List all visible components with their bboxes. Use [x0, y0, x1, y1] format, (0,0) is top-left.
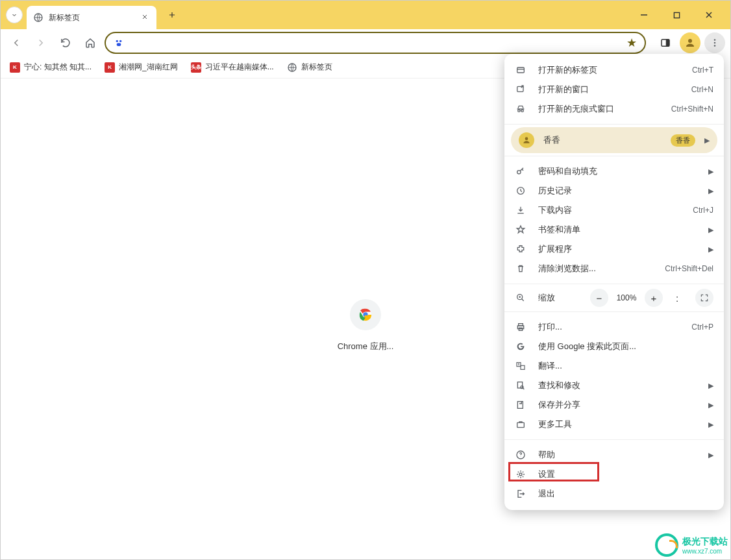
chevron-right-icon: ▶ — [708, 451, 713, 459]
forward-button[interactable] — [31, 32, 51, 53]
gear-icon — [515, 469, 527, 480]
watermark-url: www.xz7.com — [682, 548, 728, 555]
globe-icon — [287, 62, 297, 73]
bookmark-item[interactable]: 新标签页 — [287, 62, 332, 73]
star-icon — [515, 224, 527, 236]
tab[interactable]: 新标签页 — [27, 6, 156, 29]
tab-icon — [515, 64, 527, 76]
window-controls — [634, 5, 725, 25]
reload-icon — [60, 37, 71, 49]
tab-close-button[interactable] — [141, 13, 150, 22]
menu-label: 历史记录 — [538, 185, 703, 197]
menu-label: 打开新的无痕式窗口 — [538, 103, 671, 115]
bookmark-item[interactable]: K 湘潮网_湖南红网 — [105, 62, 178, 73]
svg-point-9 — [714, 42, 716, 44]
menu-exit[interactable]: 退出 — [504, 484, 724, 504]
menu-history[interactable]: 历史记录 ▶ — [504, 181, 724, 201]
fullscreen-button[interactable] — [695, 289, 713, 307]
bookmark-label: 湘潮网_湖南红网 — [119, 62, 178, 73]
menu-profile[interactable]: 香香 香香 ▶ — [511, 127, 717, 153]
menu-translate[interactable]: 翻译... — [504, 356, 724, 376]
bookmark-item[interactable]: K 宁心: 知其然 知其... — [10, 62, 92, 73]
briefcase-icon — [515, 419, 527, 430]
menu-help[interactable]: 帮助 ▶ — [504, 445, 724, 465]
download-icon — [515, 204, 527, 216]
puzzle-icon — [515, 243, 527, 255]
browser-menu: 打开新的标签页 Ctrl+T 打开新的窗口 Ctrl+N 打开新的无痕式窗口 C… — [504, 54, 724, 510]
shortcut[interactable]: Chrome 应用... — [338, 299, 394, 352]
menu-new-window[interactable]: 打开新的窗口 Ctrl+N — [504, 80, 724, 99]
svg-point-19 — [517, 171, 521, 174]
menu-passwords[interactable]: 密码和自动填充 ▶ — [504, 162, 724, 181]
menu-label: 退出 — [538, 488, 713, 500]
maximize-button[interactable] — [667, 5, 686, 25]
svg-rect-30 — [517, 402, 523, 409]
address-bar[interactable]: ★ — [105, 32, 646, 54]
side-panel-button[interactable] — [655, 32, 676, 53]
menu-save-share[interactable]: 保存并分享 ▶ — [504, 395, 724, 415]
bookmark-item[interactable]: 头条 习近平在越南媒体... — [191, 62, 274, 73]
menu-zoom: 缩放 − 100% + : — [504, 287, 724, 309]
window-icon — [515, 84, 527, 95]
search-doc-icon — [515, 380, 527, 391]
home-button[interactable] — [80, 32, 101, 53]
shortcut-label: Chrome 应用... — [338, 341, 394, 352]
menu-label: 打开新的窗口 — [538, 84, 691, 95]
dots-vertical-icon — [709, 37, 721, 49]
bookmark-star-button[interactable]: ★ — [626, 36, 637, 50]
menu-extensions[interactable]: 扩展程序 ▶ — [504, 239, 724, 259]
arrow-left-icon — [10, 37, 22, 49]
menu-bookmarks[interactable]: 书签和清单 ▶ — [504, 220, 724, 239]
menu-new-incognito[interactable]: 打开新的无痕式窗口 Ctrl+Shift+N — [504, 99, 724, 119]
zoom-out-button[interactable]: − — [590, 289, 608, 307]
chevron-right-icon: ▶ — [708, 401, 713, 409]
menu-label: 书签和清单 — [538, 224, 703, 236]
print-icon — [515, 321, 527, 333]
svg-point-2 — [116, 40, 118, 42]
chevron-right-icon: ▶ — [708, 382, 713, 390]
new-tab-button[interactable] — [163, 6, 181, 24]
trash-icon — [515, 263, 527, 274]
google-icon — [515, 341, 527, 352]
svg-point-16 — [518, 110, 520, 112]
chevron-right-icon: ▶ — [708, 420, 713, 429]
svg-rect-28 — [517, 382, 522, 388]
menu-label: 密码和自动填充 — [538, 165, 703, 177]
menu-more-tools[interactable]: 更多工具 ▶ — [504, 415, 724, 434]
menu-label: 缩放 — [538, 292, 590, 304]
svg-point-18 — [525, 137, 528, 140]
menu-downloads[interactable]: 下载内容 Ctrl+J — [504, 201, 724, 220]
menu-print[interactable]: 打印... Ctrl+P — [504, 317, 724, 337]
chevron-right-icon: ▶ — [708, 226, 713, 234]
back-button[interactable] — [6, 32, 27, 53]
chevron-right-icon: ▶ — [708, 187, 713, 195]
menu-label: 使用 Google 搜索此页面... — [538, 341, 713, 352]
menu-clear-data[interactable]: 清除浏览数据... Ctrl+Shift+Del — [504, 259, 724, 278]
menu-shortcut: Ctrl+N — [691, 85, 713, 94]
menu-google-search[interactable]: 使用 Google 搜索此页面... — [504, 337, 724, 356]
plus-icon — [167, 10, 177, 19]
fullscreen-icon — [700, 293, 709, 302]
baidu-icon — [114, 38, 124, 48]
profile-button[interactable] — [680, 32, 700, 53]
menu-find-edit[interactable]: 查找和修改 ▶ — [504, 376, 724, 395]
tab-title: 新标签页 — [49, 12, 136, 23]
menu-shortcut: Ctrl+J — [693, 206, 713, 215]
menu-new-tab[interactable]: 打开新的标签页 Ctrl+T — [504, 60, 724, 80]
panel-icon — [660, 37, 671, 49]
minimize-button[interactable] — [634, 5, 654, 25]
menu-settings[interactable]: 设置 — [504, 465, 724, 484]
menu-shortcut: Ctrl+Shift+Del — [665, 264, 713, 273]
menu-label: 打印... — [538, 321, 691, 333]
menu-divider — [504, 156, 724, 156]
menu-label: 查找和修改 — [538, 380, 703, 391]
zoom-icon — [515, 292, 527, 304]
menu-label: 保存并分享 — [538, 399, 703, 411]
kebab-menu-button[interactable] — [704, 32, 725, 53]
reload-button[interactable] — [55, 32, 76, 53]
zoom-in-button[interactable]: + — [645, 289, 663, 307]
svg-rect-31 — [517, 422, 525, 427]
close-button[interactable] — [699, 5, 719, 25]
key-icon — [515, 165, 527, 177]
tab-search-button[interactable] — [6, 6, 23, 23]
